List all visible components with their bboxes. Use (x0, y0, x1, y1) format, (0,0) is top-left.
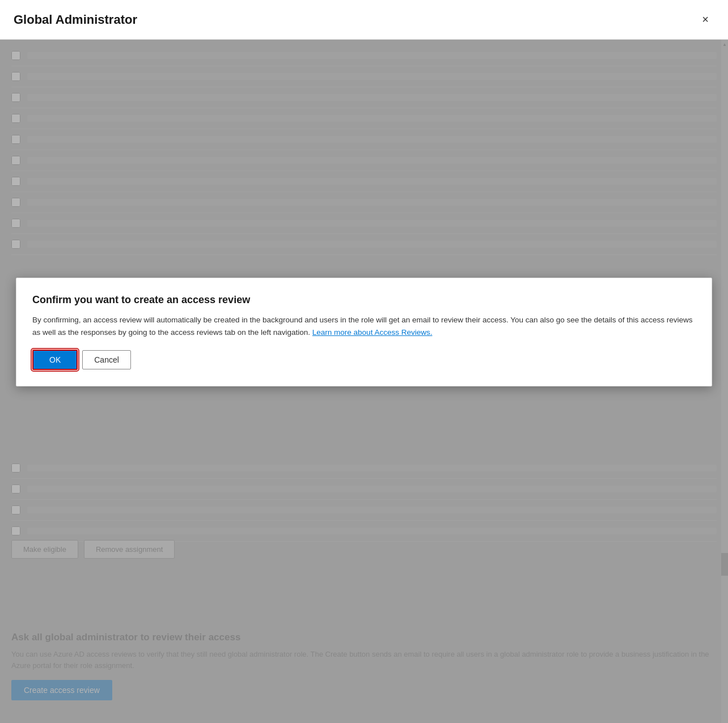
confirm-dialog-title: Confirm you want to create an access rev… (32, 294, 696, 306)
modal-title: Global Administrator (14, 12, 137, 27)
modal-header: Global Administrator × (0, 0, 728, 40)
close-button[interactable]: × (696, 11, 714, 29)
confirm-dialog: Confirm you want to create an access rev… (16, 278, 712, 386)
confirm-dialog-buttons: OK Cancel (32, 350, 696, 370)
confirm-dialog-body: By confirming, an access review will aut… (32, 314, 696, 338)
learn-more-link[interactable]: Learn more about Access Reviews. (312, 328, 433, 337)
ok-button[interactable]: OK (32, 350, 78, 370)
cancel-button[interactable]: Cancel (82, 350, 131, 369)
